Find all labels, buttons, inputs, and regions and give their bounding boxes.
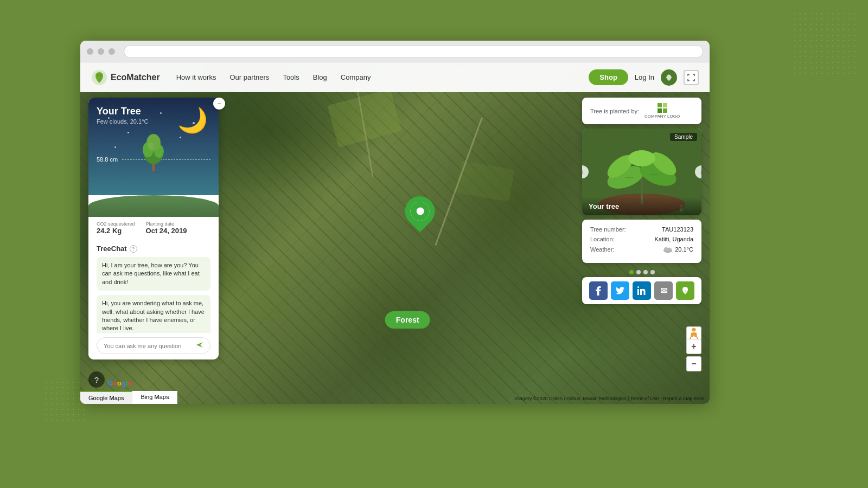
- tree-sprite: [137, 131, 170, 174]
- linkedin-icon: [637, 286, 646, 295]
- facebook-icon: [596, 286, 601, 296]
- svg-point-26: [637, 286, 639, 288]
- nav-how-it-works[interactable]: How it works: [176, 73, 216, 81]
- svg-point-28: [692, 328, 696, 332]
- svg-point-6: [146, 134, 161, 151]
- dot-4: [650, 270, 655, 274]
- decorative-dots-top: [792, 11, 857, 76]
- map-tabs: Google Maps Bing Maps: [80, 391, 177, 404]
- weather-label: Weather:: [590, 246, 614, 253]
- tree-chat-label: TreeChat: [97, 245, 127, 253]
- map-pin: [405, 196, 435, 226]
- collapse-panel-button[interactable]: −: [213, 98, 225, 110]
- tree-number-label: Tree number:: [590, 226, 626, 233]
- map-area: EcoMatcher How it works Our partners Too…: [80, 62, 710, 404]
- pin-dot: [414, 206, 425, 217]
- tree-details: Tree number: TAU123123 Location: Katiiti…: [582, 220, 701, 263]
- chat-input[interactable]: [104, 343, 192, 349]
- dots-indicator: [582, 267, 701, 277]
- weather-row: Weather: 20.1°C: [590, 246, 693, 253]
- help-icon: ?: [94, 375, 99, 384]
- browser-dot-green: [108, 48, 115, 55]
- co2-label: CO2 sequestered: [97, 221, 135, 227]
- forest-label: Forest: [385, 311, 430, 329]
- tree-number-value: TAU123123: [662, 226, 693, 233]
- moon-icon: 🌙: [177, 106, 208, 134]
- zoom-in-button[interactable]: +: [686, 339, 701, 354]
- weather-temp: 20.1°C: [675, 246, 693, 253]
- browser-chrome: [80, 41, 710, 62]
- location-value: Katiiti, Uganda: [654, 236, 693, 242]
- facebook-share-button[interactable]: [589, 281, 608, 300]
- tree-chat-section: TreeChat ? Hi, I am your tree, how are y…: [88, 239, 219, 359]
- tree-number-row: Tree number: TAU123123: [590, 226, 693, 233]
- pin-inner: [411, 202, 430, 221]
- planted-by-label: Tree is planted by:: [590, 108, 639, 114]
- nav-blog[interactable]: Blog: [313, 73, 327, 81]
- send-icon: [196, 341, 203, 349]
- svg-point-8: [146, 152, 148, 155]
- planting-label: Planting date: [146, 221, 187, 227]
- user-icon-button[interactable]: [661, 69, 677, 86]
- google-logo: Google: [107, 378, 132, 388]
- linkedin-share-button[interactable]: [633, 281, 651, 300]
- tree-photo: 323 Sample Your tree: [582, 129, 701, 215]
- company-logo: COMPANY LOGO: [644, 103, 680, 119]
- svg-point-24: [668, 248, 672, 252]
- dot-1: [629, 270, 634, 274]
- logo-icon: [91, 69, 107, 86]
- location-row: Location: Katiiti, Uganda: [590, 236, 693, 242]
- browser-window: EcoMatcher How it works Our partners Too…: [80, 41, 710, 404]
- map-attribution: Imagery ©2020 CNES / Airbus, Maxar Techn…: [514, 396, 704, 401]
- logo-sq-3: [658, 108, 662, 113]
- eco-share-button[interactable]: [676, 281, 694, 300]
- nav-bar: EcoMatcher How it works Our partners Too…: [80, 62, 710, 92]
- leaf-nav-icon: [665, 73, 673, 82]
- zoom-out-icon: −: [691, 359, 696, 369]
- chat-messages: Hi, I am your tree, how are you? You can…: [97, 257, 210, 333]
- tree-photo-box: ‹: [582, 129, 701, 215]
- email-share-button[interactable]: ✉: [654, 281, 673, 300]
- shop-button[interactable]: Shop: [589, 69, 628, 85]
- browser-dot-red: [87, 48, 93, 55]
- help-button[interactable]: ?: [88, 371, 105, 388]
- logo-text: EcoMatcher: [111, 73, 160, 82]
- zoom-out-button[interactable]: −: [686, 356, 701, 371]
- logo-squares: [658, 103, 667, 113]
- tree-svg: [137, 131, 170, 171]
- login-button[interactable]: Log In: [635, 73, 654, 81]
- svg-rect-25: [637, 289, 639, 295]
- height-label: 58.8 cm: [97, 156, 118, 163]
- browser-dot-yellow: [98, 48, 104, 55]
- dot-2: [636, 270, 641, 274]
- map-controls: + −: [686, 339, 701, 371]
- bing-maps-tab[interactable]: Bing Maps: [132, 391, 177, 404]
- cloud-icon: [663, 246, 673, 253]
- weather-value: 20.1°C: [663, 246, 693, 253]
- nav-links: How it works Our partners Tools Blog Com…: [176, 73, 573, 81]
- tree-chat-title: TreeChat ?: [97, 245, 210, 253]
- planting-value: Oct 24, 2019: [146, 227, 187, 235]
- nav-tools[interactable]: Tools: [283, 73, 299, 81]
- nav-our-partners[interactable]: Our partners: [229, 73, 269, 81]
- twitter-icon: [616, 287, 624, 294]
- right-panel: Tree is planted by: COMPANY LOGO ‹: [582, 98, 701, 304]
- nav-company[interactable]: Company: [341, 73, 371, 81]
- logo-sq-1: [658, 103, 662, 107]
- leaf-share-icon: [681, 286, 690, 295]
- tree-photo-overlay: Your tree: [582, 197, 701, 215]
- logo[interactable]: EcoMatcher: [91, 69, 160, 86]
- social-buttons: ✉: [582, 277, 701, 304]
- chat-input-row[interactable]: [97, 337, 210, 354]
- location-label: Location:: [590, 236, 615, 242]
- fullscreen-button[interactable]: [684, 70, 699, 85]
- sample-badge: Sample: [670, 133, 697, 141]
- chat-send-button[interactable]: [196, 341, 203, 350]
- tree-photo-label: Your tree: [589, 202, 619, 210]
- help-icon-small: ?: [130, 245, 137, 253]
- pin-outer: [399, 190, 441, 233]
- google-maps-tab[interactable]: Google Maps: [80, 391, 132, 404]
- twitter-share-button[interactable]: [611, 281, 629, 300]
- address-bar[interactable]: [124, 45, 703, 58]
- tree-panel-header: Your Tree Few clouds, 20.1°C 🌙 58.8 cm: [88, 98, 219, 195]
